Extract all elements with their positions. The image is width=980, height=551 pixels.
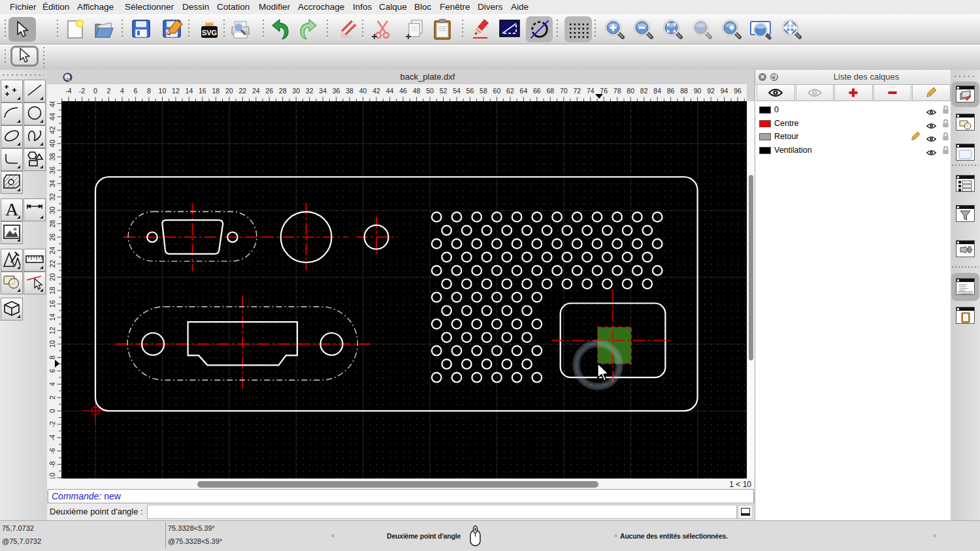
svg-text:88: 88	[680, 87, 688, 95]
svg-text:4: 4	[120, 87, 124, 95]
svg-text:28: 28	[279, 87, 287, 95]
svg-text:36: 36	[333, 87, 340, 95]
svg-text:84: 84	[653, 87, 661, 95]
svg-text:14: 14	[186, 87, 193, 95]
svg-text:38: 38	[48, 153, 56, 161]
svg-text:48: 48	[413, 87, 421, 95]
svg-text:4: 4	[48, 382, 56, 386]
svg-text:26: 26	[48, 233, 56, 241]
svg-text:30: 30	[48, 206, 56, 214]
svg-text:14: 14	[48, 313, 56, 321]
svg-text:-10: -10	[48, 473, 56, 479]
svg-text:0: 0	[48, 409, 56, 413]
svg-text:42: 42	[372, 87, 380, 95]
svg-text:56: 56	[466, 87, 474, 95]
svg-text:12: 12	[172, 87, 180, 95]
svg-text:92: 92	[707, 87, 715, 95]
svg-text:52: 52	[440, 87, 448, 95]
svg-text:2: 2	[107, 87, 111, 95]
svg-text:54: 54	[453, 87, 461, 95]
svg-text:-4: -4	[65, 87, 71, 95]
svg-text:20: 20	[225, 87, 233, 95]
svg-text:2: 2	[48, 396, 56, 400]
svg-text:58: 58	[480, 87, 487, 95]
svg-text:86: 86	[667, 87, 675, 95]
svg-text:22: 22	[48, 260, 56, 268]
svg-text:82: 82	[640, 87, 648, 95]
svg-text:36: 36	[48, 166, 56, 174]
svg-text:34: 34	[48, 180, 56, 187]
svg-text:90: 90	[694, 87, 702, 95]
svg-text:34: 34	[319, 87, 327, 95]
svg-text:6: 6	[133, 87, 137, 95]
svg-text:40: 40	[359, 87, 367, 95]
svg-text:32: 32	[306, 87, 314, 95]
svg-text:24: 24	[252, 87, 260, 95]
svg-text:96: 96	[734, 87, 742, 95]
svg-text:18: 18	[212, 87, 220, 95]
svg-text:80: 80	[627, 87, 634, 95]
svg-text:76: 76	[600, 87, 608, 95]
svg-text:46: 46	[399, 87, 407, 95]
svg-text:-2: -2	[79, 87, 85, 95]
svg-text:72: 72	[573, 87, 581, 95]
svg-text:70: 70	[560, 87, 568, 95]
svg-text:38: 38	[346, 87, 353, 95]
svg-text:SVG: SVG	[202, 29, 217, 37]
svg-text:44: 44	[386, 87, 394, 95]
svg-text:66: 66	[533, 87, 541, 95]
svg-text:8: 8	[48, 355, 56, 359]
svg-text:16: 16	[199, 87, 206, 95]
svg-text:-2: -2	[48, 421, 56, 427]
svg-text:68: 68	[546, 87, 554, 95]
svg-text:-6: -6	[48, 448, 56, 454]
svg-text:50: 50	[426, 87, 434, 95]
svg-text:74: 74	[587, 87, 595, 95]
svg-text:64: 64	[520, 87, 528, 95]
svg-text:-8: -8	[48, 461, 56, 467]
svg-text:94: 94	[721, 87, 728, 95]
svg-text:12: 12	[48, 327, 56, 335]
svg-text:18: 18	[48, 287, 56, 294]
svg-text:44: 44	[48, 113, 56, 121]
svg-text:8: 8	[147, 87, 151, 95]
svg-text:40: 40	[48, 140, 56, 148]
svg-text:78: 78	[613, 87, 621, 95]
svg-text:6: 6	[48, 369, 56, 373]
svg-text:24: 24	[48, 247, 56, 255]
svg-text:20: 20	[48, 274, 56, 281]
svg-text:0: 0	[93, 87, 97, 95]
svg-text:60: 60	[493, 87, 501, 95]
svg-text:42: 42	[48, 126, 56, 134]
svg-text:10: 10	[159, 87, 167, 95]
svg-text:command: command	[960, 292, 970, 295]
svg-text:30: 30	[292, 87, 300, 95]
svg-text:10: 10	[48, 340, 56, 348]
svg-text:62: 62	[506, 87, 514, 95]
svg-text:16: 16	[48, 300, 56, 308]
svg-text:-4: -4	[48, 435, 56, 441]
svg-text:26: 26	[265, 87, 273, 95]
svg-text:28: 28	[48, 220, 56, 228]
svg-text:32: 32	[48, 193, 56, 201]
svg-text:46: 46	[48, 101, 56, 107]
svg-text:22: 22	[238, 87, 246, 95]
